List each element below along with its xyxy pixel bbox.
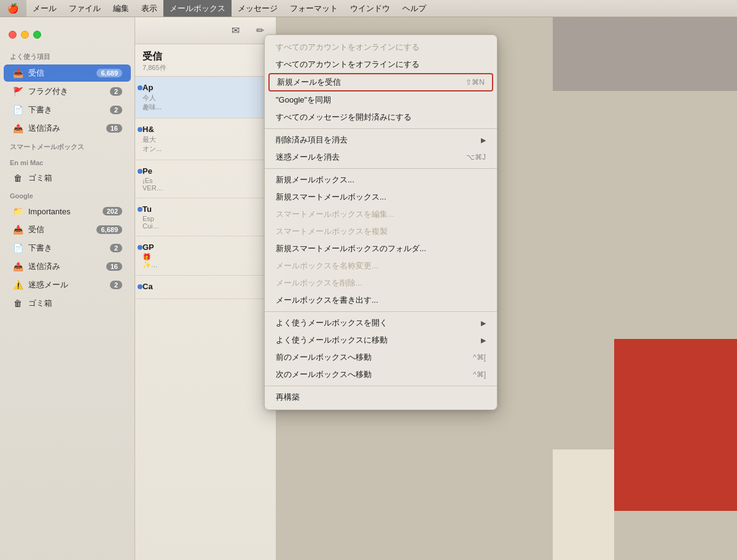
menu-item-erase-deleted[interactable]: 削除済み項目を消去 ▶ [265,131,497,149]
menu-separator-1 [265,128,497,129]
menu-item-all-online[interactable]: すべてのアカウントをオンラインにする [265,39,497,56]
menu-shortcut: ^⌘] [473,370,486,379]
menu-item-label: メールボックスを名称変更... [276,260,378,271]
menu-item-export-mailbox[interactable]: メールボックスを書き出す... [265,292,497,309]
menubar: 🍎 メール ファイル 編集 表示 メールボックス メッセージ フォーマット ウイ… [0,0,737,17]
menu-item-delete-mailbox: メールボックスを削除... [265,274,497,292]
menu-item-rename-mailbox: メールボックスを名称変更... [265,257,497,274]
menu-window[interactable]: ウインドウ [344,0,396,17]
menu-file[interactable]: ファイル [63,0,107,17]
menu-item-receive-new[interactable]: 新規メールを受信 ⇧⌘N [268,73,493,91]
menu-separator-3 [265,311,497,312]
menu-item-all-offline[interactable]: すべてのアカウントをオフラインにする [265,56,497,73]
menu-item-open-favorites[interactable]: よく使うメールボックスを開く ▶ [265,314,497,332]
menu-item-move-favorites[interactable]: よく使うメールボックスに移動 ▶ [265,332,497,349]
menu-item-label: よく使うメールボックスに移動 [276,335,388,346]
menu-item-label: スマートメールボックスを編集... [276,209,394,220]
menu-arrow-icon: ▶ [481,136,486,144]
menu-edit[interactable]: 編集 [107,0,135,17]
menu-item-next-mailbox[interactable]: 次のメールボックスへ移動 ^⌘] [265,366,497,383]
menu-item-edit-smart: スマートメールボックスを編集... [265,206,497,223]
menu-item-label: 新規スマートメールボックスのフォルダ... [276,243,426,254]
menu-view[interactable]: 表示 [135,0,163,17]
menu-item-prev-mailbox[interactable]: 前のメールボックスへ移動 ^⌘[ [265,349,497,366]
menu-item-label: すべてのアカウントをオフラインにする [276,59,419,70]
menu-separator-4 [265,386,497,386]
menu-item-new-smart-mailbox[interactable]: 新規スマートメールボックス... [265,189,497,206]
menu-item-label: 削除済み項目を消去 [276,134,348,146]
menu-item-label: スマートメールボックスを複製 [276,226,388,237]
menu-item-label: 新規スマートメールボックス... [276,192,386,203]
menu-item-new-smart-folder[interactable]: 新規スマートメールボックスのフォルダ... [265,240,497,257]
menu-item-new-mailbox[interactable]: 新規メールボックス... [265,171,497,189]
menu-item-label: メールボックスを削除... [276,278,362,289]
menu-item-label: よく使うメールボックスを開く [276,317,388,329]
menu-item-label: 迷惑メールを消去 [276,152,340,163]
mailbox-menu: すべてのアカウントをオンラインにする すべてのアカウントをオフラインにする 新規… [264,34,497,410]
menu-mailbox[interactable]: メールボックス [163,0,232,17]
apple-menu[interactable]: 🍎 [0,0,26,17]
menu-item-label: 新規メールを受信 [277,77,341,88]
menu-arrow-icon: ▶ [481,319,486,327]
menu-item-label: 前のメールボックスへ移動 [276,352,372,363]
menu-shortcut: ⌥⌘J [466,153,486,161]
menu-item-rebuild[interactable]: 再構築 [265,389,497,406]
menu-item-mark-all-read[interactable]: すべてのメッセージを開封済みにする [265,109,497,126]
app-container: よく使う項目 📥 受信 6,689 🚩 フラグ付き 2 📄 下書き 2 📤 送信… [0,17,737,560]
menu-message[interactable]: メッセージ [232,0,284,17]
menu-mail[interactable]: メール [26,0,63,17]
menu-item-label: 新規メールボックス... [276,174,354,185]
menu-item-sync-google[interactable]: "Google"を同期 [265,91,497,109]
menu-item-label: メールボックスを書き出す... [276,295,378,306]
menu-help[interactable]: ヘルプ [396,0,432,17]
menu-shortcut: ^⌘[ [473,353,486,362]
dropdown-overlay: すべてのアカウントをオンラインにする すべてのアカウントをオフラインにする 新規… [0,17,737,560]
menu-item-label: すべてのメッセージを開封済みにする [276,112,411,123]
menu-item-label: すべてのアカウントをオンラインにする [276,42,419,53]
menu-item-label: "Google"を同期 [276,95,331,106]
menu-arrow-icon: ▶ [481,336,486,344]
menu-format[interactable]: フォーマット [284,0,344,17]
menu-separator-2 [265,168,497,169]
menu-item-duplicate-smart: スマートメールボックスを複製 [265,223,497,240]
menu-item-erase-junk[interactable]: 迷惑メールを消去 ⌥⌘J [265,149,497,166]
menu-shortcut: ⇧⌘N [466,78,485,87]
menu-item-label: 次のメールボックスへ移動 [276,369,372,380]
menu-item-label: 再構築 [276,392,300,403]
